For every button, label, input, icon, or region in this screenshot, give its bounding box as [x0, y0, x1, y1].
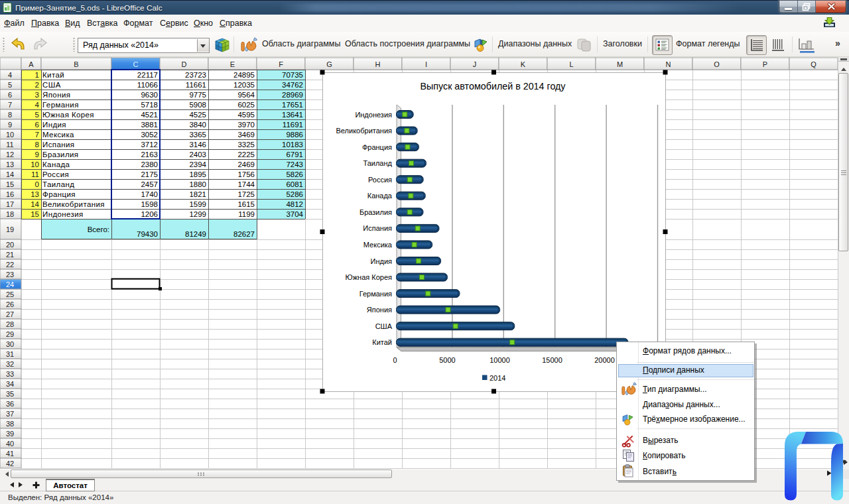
svg-text:3052: 3052	[141, 131, 158, 139]
svg-text:1599: 1599	[189, 200, 206, 208]
svg-text:15: 15	[6, 180, 14, 188]
svg-text:0: 0	[393, 356, 397, 364]
svg-text:Япония: Япония	[367, 306, 392, 314]
svg-text:24895: 24895	[233, 71, 255, 79]
svg-text:3712: 3712	[141, 141, 158, 149]
svg-text:9630: 9630	[141, 91, 158, 99]
svg-text:11066: 11066	[137, 81, 158, 89]
svg-text:Индия: Индия	[370, 257, 392, 265]
svg-text:41: 41	[6, 450, 14, 458]
svg-text:16: 16	[6, 190, 14, 198]
svg-text:1756: 1756	[237, 170, 255, 178]
svg-text:10000: 10000	[490, 356, 510, 364]
svg-text:32: 32	[6, 360, 14, 368]
svg-text:7: 7	[35, 131, 39, 139]
svg-text:8: 8	[35, 141, 39, 149]
svg-text:9564: 9564	[237, 91, 255, 99]
svg-text:Россия: Россия	[368, 176, 392, 184]
svg-text:8: 8	[8, 111, 12, 119]
svg-text:2: 2	[35, 81, 39, 89]
svg-text:70735: 70735	[282, 71, 303, 79]
svg-text:35: 35	[6, 390, 14, 398]
svg-text:13: 13	[6, 160, 14, 168]
svg-text:3146: 3146	[189, 141, 206, 149]
svg-text:D: D	[182, 60, 187, 68]
svg-text:19: 19	[6, 225, 14, 233]
svg-text:20: 20	[6, 241, 14, 249]
svg-text:Россия: Россия	[42, 170, 69, 178]
svg-text:4: 4	[8, 71, 12, 79]
svg-text:Индонезия: Индонезия	[42, 210, 84, 218]
svg-text:L: L	[569, 60, 573, 68]
svg-text:Таиланд: Таиланд	[42, 180, 74, 188]
svg-text:5718: 5718	[141, 101, 158, 109]
svg-text:10: 10	[31, 160, 39, 168]
svg-text:18: 18	[6, 210, 14, 218]
svg-text:28: 28	[6, 320, 14, 328]
svg-text:Франция: Франция	[42, 190, 76, 198]
svg-text:7: 7	[8, 101, 12, 109]
svg-text:28969: 28969	[282, 91, 303, 99]
svg-text:11: 11	[31, 170, 39, 178]
svg-text:23: 23	[6, 271, 14, 279]
svg-text:1206: 1206	[141, 210, 158, 218]
svg-text:Индия: Индия	[42, 121, 66, 129]
svg-text:J: J	[473, 60, 477, 68]
svg-text:Испания: Испания	[42, 141, 74, 149]
svg-text:Германия: Германия	[42, 101, 79, 109]
svg-text:5826: 5826	[286, 170, 303, 178]
svg-text:23723: 23723	[185, 71, 206, 79]
svg-text:21: 21	[6, 251, 14, 259]
svg-text:4595: 4595	[237, 111, 255, 119]
svg-text:4: 4	[35, 101, 40, 109]
svg-text:38: 38	[6, 420, 14, 428]
svg-text:3881: 3881	[141, 121, 158, 129]
svg-text:2457: 2457	[141, 180, 158, 188]
svg-text:3365: 3365	[189, 131, 206, 139]
svg-text:F: F	[279, 60, 283, 68]
svg-text:1895: 1895	[189, 170, 206, 178]
svg-text:39: 39	[6, 430, 14, 438]
svg-text:1299: 1299	[189, 210, 206, 218]
svg-text:42: 42	[6, 460, 14, 468]
svg-text:5: 5	[8, 81, 12, 89]
svg-text:36: 36	[6, 400, 14, 408]
svg-text:I: I	[425, 60, 427, 68]
svg-text:M: M	[617, 60, 623, 68]
svg-text:2380: 2380	[141, 160, 158, 168]
svg-text:6: 6	[35, 121, 39, 129]
svg-text:10183: 10183	[282, 141, 303, 149]
svg-text:24: 24	[6, 281, 14, 288]
svg-text:6081: 6081	[286, 180, 303, 188]
svg-text:Мексика: Мексика	[42, 131, 74, 139]
svg-text:11: 11	[6, 141, 13, 149]
svg-text:22117: 22117	[137, 71, 158, 79]
svg-text:33: 33	[6, 370, 14, 378]
svg-text:20000: 20000	[594, 356, 615, 364]
svg-text:2225: 2225	[237, 151, 255, 158]
svg-text:1725: 1725	[237, 190, 255, 198]
svg-text:12035: 12035	[233, 81, 255, 89]
svg-text:81249: 81249	[185, 230, 206, 238]
svg-text:Южная Корея: Южная Корея	[42, 111, 94, 119]
svg-text:13641: 13641	[282, 111, 303, 119]
svg-text:6025: 6025	[237, 101, 255, 109]
svg-text:Бразилия: Бразилия	[42, 151, 78, 158]
svg-text:1744: 1744	[237, 180, 255, 188]
svg-text:34762: 34762	[282, 81, 303, 89]
svg-text:E: E	[230, 60, 235, 68]
svg-text:Китай: Китай	[372, 338, 392, 346]
svg-text:17: 17	[6, 200, 14, 208]
svg-text:6791: 6791	[286, 151, 303, 158]
svg-text:США: США	[42, 81, 61, 89]
svg-text:Великобритания: Великобритания	[42, 200, 105, 208]
svg-text:10: 10	[6, 131, 14, 139]
svg-text:14: 14	[31, 200, 39, 208]
svg-text:5000: 5000	[439, 356, 455, 364]
svg-text:9775: 9775	[189, 91, 206, 99]
svg-text:H: H	[375, 60, 381, 68]
svg-text:3325: 3325	[237, 141, 255, 149]
svg-text:Южная Корея: Южная Корея	[346, 273, 392, 281]
svg-text:25: 25	[6, 290, 14, 298]
svg-text:9: 9	[35, 151, 39, 158]
